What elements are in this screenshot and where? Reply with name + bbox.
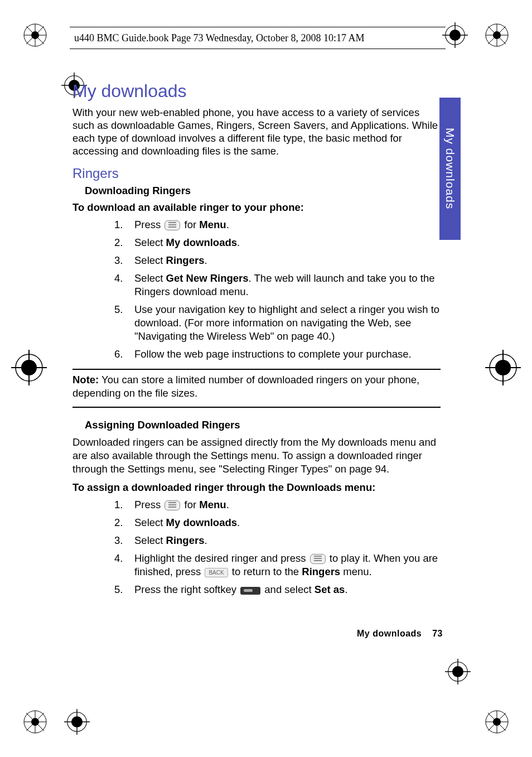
downloading-ringers-subheading: Downloading Ringers	[85, 185, 441, 197]
right-softkey-icon	[240, 587, 260, 595]
document-header: u440 BMC Guide.book Page 73 Wednesday, O…	[70, 27, 446, 49]
list-item: 3. Select Ringers.	[114, 254, 441, 267]
list-item: 3. Select Ringers.	[114, 534, 441, 547]
note-block: Note: You can store a limited number of …	[72, 373, 441, 400]
divider	[72, 407, 441, 408]
assign-steps-list: 1. Press for Menu. 2. Select My download…	[114, 498, 441, 596]
step-number: 4.	[114, 552, 134, 578]
step-text: Select Get New Ringers. The web will lau…	[134, 272, 441, 298]
crop-mark-icon	[22, 709, 48, 735]
crop-mark-icon	[22, 22, 48, 48]
step-text: Select Ringers.	[134, 254, 441, 267]
step-number: 1.	[114, 498, 134, 512]
registration-mark-icon	[11, 350, 47, 385]
header-text: u440 BMC Guide.book Page 73 Wednesday, O…	[74, 32, 365, 44]
list-item: 1. Press for Menu.	[114, 218, 441, 232]
assign-body: Downloaded ringers can be assigned direc…	[72, 436, 441, 476]
ringers-heading: Ringers	[72, 166, 441, 181]
registration-mark-icon	[445, 659, 471, 684]
assign-lead: To assign a downloaded ringer through th…	[72, 481, 441, 494]
list-item: 2. Select My downloads.	[114, 236, 441, 249]
footer-section: My downloads	[357, 629, 422, 638]
assigning-ringers-subheading: Assigning Downloaded Ringers	[85, 419, 441, 431]
intro-paragraph: With your new web-enabled phone, you hav…	[72, 106, 441, 158]
step-text: Press for Menu.	[134, 498, 441, 512]
registration-mark-icon	[442, 22, 468, 48]
step-number: 3.	[114, 254, 134, 267]
step-text: Select My downloads.	[134, 236, 441, 249]
menu-ok-key-icon	[165, 500, 180, 510]
note-label: Note:	[72, 374, 99, 385]
download-lead: To download an available ringer to your …	[72, 201, 441, 214]
step-text: Press the right softkey and select Set a…	[134, 583, 441, 596]
list-item: 6. Follow the web page instructions to c…	[114, 348, 441, 361]
crop-mark-icon	[484, 709, 510, 735]
step-text: Select Ringers.	[134, 534, 441, 547]
step-text: Use your navigation key to highlight and…	[134, 303, 441, 343]
registration-mark-icon	[485, 350, 521, 385]
step-number: 3.	[114, 534, 134, 547]
page-title: My downloads	[72, 81, 441, 102]
step-number: 6.	[114, 348, 134, 361]
step-number: 5.	[114, 303, 134, 343]
list-item: 2. Select My downloads.	[114, 516, 441, 529]
menu-ok-key-icon	[310, 554, 326, 564]
step-number: 5.	[114, 583, 134, 596]
registration-mark-icon	[64, 709, 90, 735]
footer-page-number: 73	[432, 629, 443, 638]
back-key-icon: BACK	[205, 568, 228, 577]
step-number: 1.	[114, 218, 134, 232]
list-item: 4. Highlight the desired ringer and pres…	[114, 552, 441, 578]
step-text: Select My downloads.	[134, 516, 441, 529]
step-text: Follow the web page instructions to comp…	[134, 348, 441, 361]
note-text: You can store a limited number of downlo…	[72, 374, 419, 399]
section-tab-label: My downloads	[443, 128, 457, 209]
step-text: Highlight the desired ringer and press t…	[134, 552, 441, 578]
list-item: 1. Press for Menu.	[114, 498, 441, 512]
list-item: 5. Press the right softkey and select Se…	[114, 583, 441, 596]
step-number: 2.	[114, 236, 134, 249]
divider	[72, 369, 441, 370]
list-item: 4. Select Get New Ringers. The web will …	[114, 272, 441, 298]
step-number: 4.	[114, 272, 134, 298]
section-tab: My downloads	[439, 98, 461, 240]
step-number: 2.	[114, 516, 134, 529]
page-footer: My downloads 73	[357, 629, 443, 639]
menu-ok-key-icon	[165, 220, 180, 230]
download-steps-list: 1. Press for Menu. 2. Select My download…	[114, 218, 441, 361]
crop-mark-icon	[484, 22, 510, 48]
step-text: Press for Menu.	[134, 218, 441, 232]
page-content: My downloads With your new web-enabled p…	[72, 81, 441, 604]
list-item: 5. Use your navigation key to highlight …	[114, 303, 441, 343]
